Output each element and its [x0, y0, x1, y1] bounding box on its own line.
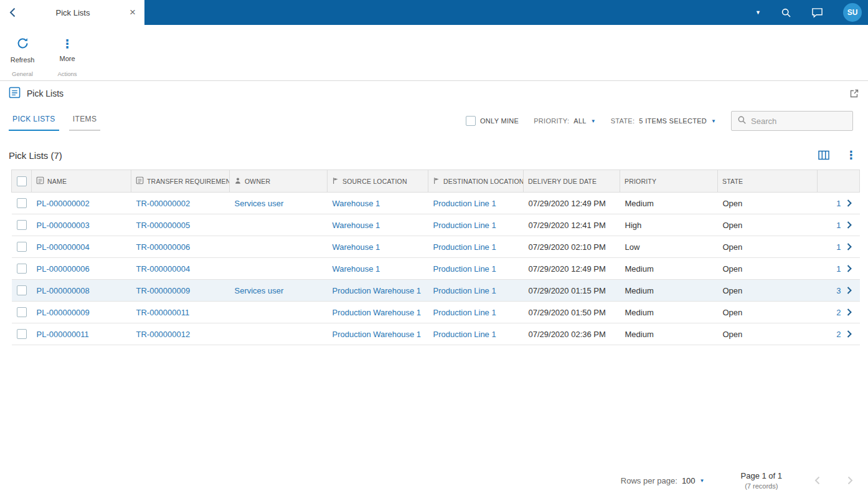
column-header-priority[interactable]: PRIORITY	[620, 170, 718, 193]
avatar[interactable]: SU	[843, 3, 862, 22]
back-button[interactable]	[0, 7, 25, 17]
destination-location-link[interactable]: Production Line 1	[433, 286, 496, 295]
destination-location-link[interactable]: Production Line 1	[433, 221, 496, 230]
search-icon[interactable]	[781, 7, 791, 18]
previous-page-icon[interactable]	[814, 476, 820, 485]
item-count-link[interactable]: 1	[836, 221, 841, 230]
delivery-due-date: 07/29/2020 12:49 PM	[524, 258, 620, 280]
select-all-checkbox[interactable]	[17, 176, 27, 186]
next-page-icon[interactable]	[847, 476, 853, 485]
owner-link[interactable]: Services user	[235, 199, 284, 208]
tabs: PICK LISTS ITEMS	[9, 115, 110, 131]
source-location-link[interactable]: Production Warehouse 1	[333, 308, 422, 317]
pick-list-link[interactable]: PL-000000011	[37, 330, 89, 339]
item-count-link[interactable]: 3	[836, 286, 841, 295]
topbar-caret-down-icon[interactable]: ▼	[755, 9, 761, 16]
pick-list-link[interactable]: PL-000000006	[37, 264, 90, 274]
source-location-link[interactable]: Warehouse 1	[333, 264, 380, 274]
close-tab-icon[interactable]: ×	[121, 0, 144, 25]
source-location-link[interactable]: Production Warehouse 1	[333, 286, 422, 295]
column-header-owner[interactable]: OWNER	[230, 170, 328, 193]
item-count-link[interactable]: 2	[836, 308, 841, 317]
item-count-link[interactable]: 1	[836, 264, 841, 274]
destination-location-link[interactable]: Production Line 1	[433, 199, 496, 208]
tab-title: Pick Lists	[25, 8, 121, 17]
column-header-source-location[interactable]: SOURCE LOCATION	[328, 170, 428, 193]
item-count-link[interactable]: 2	[836, 330, 841, 339]
transfer-requirement-link[interactable]: TR-000000004	[136, 264, 191, 274]
column-header-state[interactable]: STATE	[718, 170, 818, 193]
pick-list-link[interactable]: PL-000000009	[37, 308, 90, 317]
priority-value: Medium	[620, 258, 718, 280]
column-header-delivery-due-date[interactable]: DELIVERY DUE DATE	[524, 170, 620, 193]
chevron-right-icon[interactable]	[847, 330, 852, 339]
table-row[interactable]: PL-000000008 TR-000000009 Services user …	[12, 280, 860, 302]
pick-list-link[interactable]: PL-000000002	[37, 199, 90, 208]
pick-list-link[interactable]: PL-000000004	[37, 242, 90, 252]
pick-list-link[interactable]: PL-000000003	[37, 221, 90, 230]
chevron-right-icon[interactable]	[847, 308, 852, 317]
transfer-requirement-link[interactable]: TR-000000005	[136, 221, 191, 230]
source-location-link[interactable]: Warehouse 1	[333, 221, 380, 230]
rows-per-page[interactable]: Rows per page: 100 ▼	[621, 476, 705, 485]
grid-more-icon[interactable]: ⋮	[846, 148, 857, 162]
transfer-requirement-link[interactable]: TR-000000012	[136, 330, 191, 339]
table-row[interactable]: PL-000000009 TR-000000011 Production War…	[12, 302, 860, 323]
transfer-requirement-link[interactable]: TR-000000011	[136, 308, 190, 317]
transfer-requirement-link[interactable]: TR-000000006	[136, 242, 191, 252]
pager	[814, 476, 853, 485]
table-row[interactable]: PL-000000006 TR-000000004 Warehouse 1 Pr…	[12, 258, 860, 280]
priority-caret-down-icon[interactable]: ▼	[591, 118, 596, 124]
destination-location-link[interactable]: Production Line 1	[433, 264, 496, 274]
search-input[interactable]	[751, 117, 847, 126]
chevron-right-icon[interactable]	[847, 242, 852, 252]
row-checkbox[interactable]	[17, 329, 27, 339]
source-location-link[interactable]: Warehouse 1	[333, 242, 380, 252]
priority-filter[interactable]: PRIORITY: ALL ▼	[534, 117, 596, 125]
chevron-right-icon[interactable]	[847, 221, 852, 230]
pick-list-link[interactable]: PL-000000008	[37, 286, 90, 295]
row-checkbox[interactable]	[17, 285, 27, 295]
row-checkbox[interactable]	[17, 307, 27, 317]
chevron-right-icon[interactable]	[847, 286, 852, 295]
row-checkbox[interactable]	[17, 198, 27, 208]
destination-location-link[interactable]: Production Line 1	[433, 308, 496, 317]
chevron-right-icon[interactable]	[847, 264, 852, 274]
state-filter[interactable]: STATE: 5 ITEMS SELECTED ▼	[611, 117, 716, 125]
table-row[interactable]: PL-000000011 TR-000000012 Production War…	[12, 323, 860, 345]
table-row[interactable]: PL-000000004 TR-000000006 Warehouse 1 Pr…	[12, 236, 860, 258]
row-checkbox[interactable]	[17, 242, 27, 252]
source-location-link[interactable]: Warehouse 1	[333, 199, 380, 208]
rows-per-page-value: 100	[682, 476, 696, 485]
destination-location-link[interactable]: Production Line 1	[433, 242, 496, 252]
column-header-transfer-requirement[interactable]: TRANSFER REQUIREMENT	[131, 170, 230, 193]
delivery-due-date: 07/29/2020 02:36 PM	[524, 323, 620, 345]
row-checkbox[interactable]	[17, 264, 27, 274]
state-caret-down-icon[interactable]: ▼	[711, 118, 716, 124]
owner-link[interactable]: Services user	[235, 286, 284, 295]
column-chooser-icon[interactable]	[818, 150, 829, 160]
chevron-right-icon[interactable]	[847, 199, 852, 208]
transfer-requirement-link[interactable]: TR-000000002	[136, 199, 191, 208]
source-location-link[interactable]: Production Warehouse 1	[333, 330, 422, 339]
tab-pick-lists[interactable]: PICK LISTS	[9, 115, 59, 131]
refresh-button[interactable]: Refresh	[0, 25, 45, 70]
only-mine-checkbox[interactable]	[466, 116, 476, 126]
rows-per-page-caret-down-icon[interactable]: ▼	[700, 478, 705, 484]
column-header-destination-location[interactable]: DESTINATION LOCATION	[428, 170, 524, 193]
tab-items[interactable]: ITEMS	[69, 115, 101, 131]
chat-icon[interactable]	[811, 7, 823, 18]
destination-location-link[interactable]: Production Line 1	[433, 330, 496, 339]
table-row[interactable]: PL-000000002 TR-000000002 Services user …	[12, 193, 860, 214]
item-count-link[interactable]: 1	[836, 242, 841, 252]
popout-icon[interactable]	[849, 88, 859, 98]
table-row[interactable]: PL-000000003 TR-000000005 Warehouse 1 Pr…	[12, 214, 860, 236]
document-tab[interactable]: Pick Lists ×	[0, 0, 144, 25]
form-icon	[136, 176, 144, 186]
grid-title: Pick Lists (7)	[9, 150, 62, 161]
row-checkbox[interactable]	[17, 220, 27, 230]
transfer-requirement-link[interactable]: TR-000000009	[136, 286, 191, 295]
column-header-name[interactable]: NAME	[32, 170, 131, 193]
item-count-link[interactable]: 1	[836, 199, 841, 208]
more-button[interactable]: ⋮ More	[45, 25, 90, 70]
